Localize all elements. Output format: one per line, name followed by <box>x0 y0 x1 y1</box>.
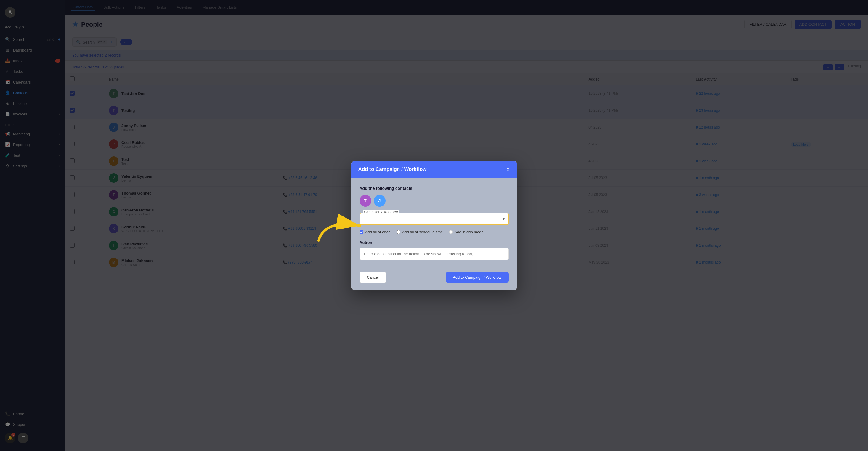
add-at-schedule-option[interactable]: Add all at schedule time <box>397 230 443 234</box>
add-drip-mode-label: Add in drip mode <box>455 230 484 234</box>
contact-avatar-j: J <box>374 195 385 207</box>
add-all-at-once-checkbox[interactable] <box>360 230 363 234</box>
modal-header: Add to Campaign / Workflow × <box>351 161 517 178</box>
contact-avatars: T J <box>360 195 509 207</box>
add-all-at-once-label: Add all at once <box>365 230 391 234</box>
add-to-campaign-button[interactable]: Add to Campaign / Workflow <box>446 272 509 283</box>
modal-footer: Cancel Add to Campaign / Workflow <box>351 267 517 290</box>
modal-body: Add the following contacts: T J Campaign… <box>351 178 517 267</box>
modal-overlay: Add to Campaign / Workflow × Add the fol… <box>0 0 868 451</box>
contact-avatar-t: T <box>360 195 371 207</box>
add-drip-mode-option[interactable]: Add in drip mode <box>449 230 484 234</box>
campaign-workflow-dropdown-container: Campaign / Workflow ▾ <box>360 213 509 225</box>
modal-close-button[interactable]: × <box>506 166 510 172</box>
radio-group: Add all at once Add all at schedule time… <box>360 230 509 234</box>
cancel-button[interactable]: Cancel <box>360 272 386 283</box>
contacts-section-label: Add the following contacts: <box>360 186 509 191</box>
add-all-at-once-option[interactable]: Add all at once <box>360 230 391 234</box>
add-drip-mode-radio[interactable] <box>449 230 453 234</box>
action-section-label: Action <box>360 240 509 245</box>
add-at-schedule-label: Add all at schedule time <box>402 230 443 234</box>
add-campaign-modal: Add to Campaign / Workflow × Add the fol… <box>351 161 517 290</box>
dropdown-label: Campaign / Workflow <box>363 210 399 214</box>
modal-title: Add to Campaign / Workflow <box>358 166 427 172</box>
campaign-workflow-select[interactable] <box>360 213 509 225</box>
action-description-input[interactable] <box>360 248 509 260</box>
add-at-schedule-radio[interactable] <box>397 230 400 234</box>
